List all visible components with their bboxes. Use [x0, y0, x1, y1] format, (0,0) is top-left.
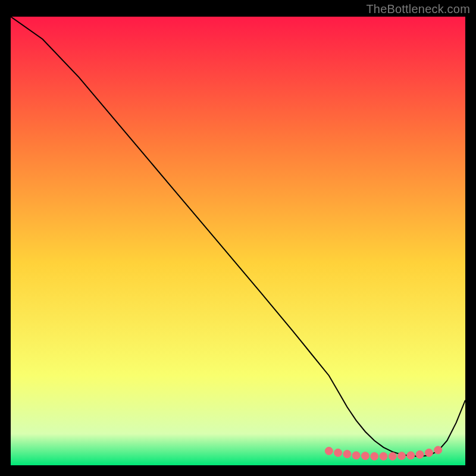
marker-dot	[389, 452, 396, 460]
marker-dot	[434, 446, 442, 454]
marker-dot	[325, 447, 333, 455]
marker-dot	[361, 452, 369, 460]
marker-dot	[352, 452, 360, 459]
marker-dot	[425, 449, 433, 456]
chart-frame: TheBottleneck.com	[0, 0, 476, 476]
marker-dot	[380, 452, 387, 460]
plot-svg	[11, 17, 465, 465]
watermark-text: TheBottleneck.com	[366, 2, 470, 16]
marker-dot	[371, 452, 378, 460]
marker-dot	[343, 450, 351, 458]
marker-dot	[334, 449, 342, 456]
marker-dot	[407, 452, 415, 459]
marker-dot	[416, 450, 424, 458]
plot-area	[11, 17, 465, 465]
gradient-background	[11, 17, 465, 465]
marker-dot	[398, 452, 406, 460]
